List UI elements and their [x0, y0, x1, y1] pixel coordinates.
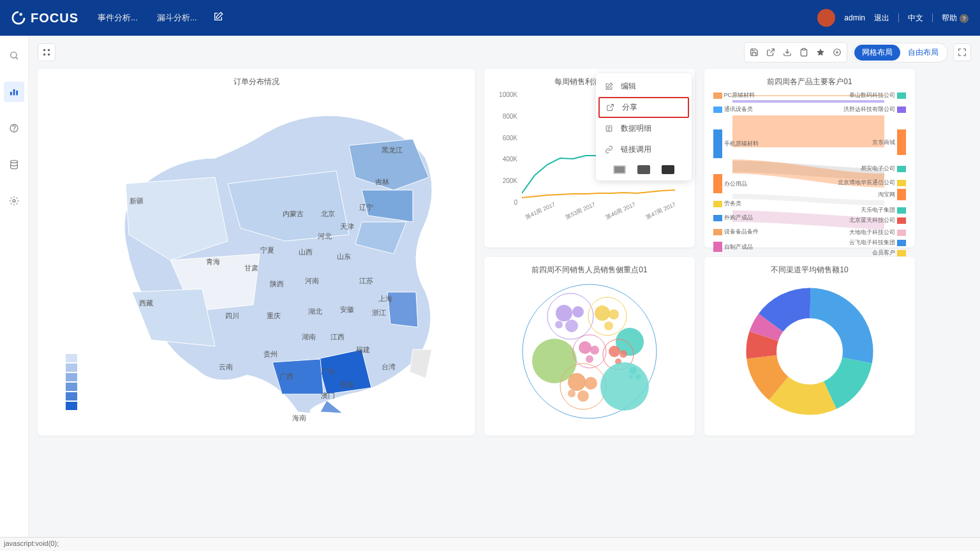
svg-point-33: [579, 341, 591, 354]
color-swatches: [596, 160, 692, 174]
fullscreen-button[interactable]: [953, 43, 971, 61]
svg-point-11: [43, 54, 46, 56]
download-button[interactable]: [780, 45, 795, 60]
sidebar-help[interactable]: [4, 118, 24, 138]
province-label: 贵州: [264, 349, 278, 359]
svg-point-24: [565, 320, 578, 332]
layout-free-option[interactable]: 自由布局: [900, 45, 946, 61]
province-label: 广西: [279, 372, 293, 381]
header-right: admin 退出 中文 帮助?: [817, 9, 969, 27]
svg-rect-3: [13, 89, 15, 95]
logout-link[interactable]: 退出: [874, 13, 889, 24]
province-label: 广东: [321, 367, 335, 376]
nav-tab-event[interactable]: 事件分析...: [98, 12, 138, 24]
save-button[interactable]: [746, 45, 762, 60]
province-label: 重庆: [267, 311, 281, 321]
svg-point-44: [568, 390, 575, 397]
province-label: 香港: [340, 380, 354, 390]
bubble-title: 前四周不同销售人员销售侧重点01: [493, 265, 686, 276]
lang-link[interactable]: 中文: [908, 13, 923, 24]
nav-tabs: 事件分析... 漏斗分析...: [98, 12, 197, 24]
add-button[interactable]: [829, 45, 845, 60]
avatar[interactable]: [817, 9, 835, 27]
province-label: 吉林: [375, 177, 389, 187]
province-label: 台湾: [382, 362, 396, 372]
svg-point-38: [620, 350, 627, 358]
svg-point-35: [586, 355, 593, 363]
nav-tab-funnel[interactable]: 漏斗分析...: [157, 12, 197, 24]
pencil-icon: [605, 82, 613, 91]
plus-circle-icon: [833, 48, 842, 57]
sidebar-settings[interactable]: [4, 191, 24, 211]
province-label: 天津: [340, 222, 354, 231]
china-map[interactable]: 黑龙江 吉林 辽宁 内蒙古 北京 天津 河北 山西 山东 新疆 青海 甘肃 宁夏…: [47, 91, 466, 416]
apps-button[interactable]: [38, 43, 56, 61]
dropdown-link[interactable]: 链接调用: [596, 139, 692, 160]
list-icon: [605, 124, 613, 133]
province-label: 海南: [292, 413, 306, 423]
svg-point-47: [635, 374, 641, 379]
svg-point-6: [14, 130, 15, 131]
copy-button[interactable]: [796, 45, 812, 60]
sidebar-dashboard[interactable]: [4, 82, 24, 102]
donut-svg: [746, 288, 873, 415]
province-label: 山西: [299, 247, 313, 257]
dropdown-detail[interactable]: 数据明细: [596, 118, 692, 139]
packed-bubble-chart[interactable]: [493, 279, 686, 423]
svg-point-27: [595, 305, 610, 321]
sankey-chart[interactable]: PC原辅材料 通讯设备类 手机原辅材料 办公用品 劳务类 外购产成品 设备备品备…: [713, 91, 906, 238]
sidebar-search[interactable]: [4, 45, 24, 66]
sidebar-data[interactable]: [4, 154, 24, 175]
province-label: 四川: [225, 311, 239, 321]
province-label: 陕西: [270, 279, 284, 289]
bubble-card: 前四周不同销售人员销售侧重点01: [484, 257, 695, 436]
svg-point-48: [629, 375, 633, 379]
svg-point-12: [48, 54, 50, 56]
province-label: 浙江: [372, 308, 386, 318]
svg-rect-13: [803, 48, 806, 50]
sankey-left-nodes: PC原辅材料 通讯设备类 手机原辅材料 办公用品 劳务类 外购产成品 设备备品备…: [713, 91, 809, 272]
content-area: 网格布局 自由布局 订单分布情况: [29, 36, 980, 551]
card-options-dropdown: 编辑 分享 数据明细 链接调用: [596, 73, 692, 180]
svg-point-7: [11, 160, 18, 163]
logo-icon: [11, 11, 26, 25]
database-icon: [9, 159, 19, 170]
brand-text: FOCUS: [31, 11, 78, 26]
map-title: 订单分布情况: [47, 77, 466, 87]
color-swatch-black[interactable]: [662, 165, 674, 174]
svg-point-45: [600, 362, 649, 411]
color-swatch-dark[interactable]: [637, 165, 650, 174]
help-link[interactable]: 帮助?: [942, 13, 969, 24]
province-label: 江西: [330, 332, 345, 342]
province-label: 新疆: [130, 196, 144, 206]
color-swatch-grey[interactable]: [613, 165, 626, 174]
map-card: 订单分布情况: [38, 69, 475, 436]
link-icon: [605, 145, 613, 154]
dropdown-share[interactable]: 分享: [598, 97, 689, 118]
dropdown-edit[interactable]: 编辑: [596, 76, 692, 97]
username[interactable]: admin: [844, 13, 865, 22]
svg-point-28: [609, 309, 619, 320]
favorite-button[interactable]: [813, 45, 828, 60]
export-button[interactable]: [763, 45, 778, 60]
svg-point-10: [48, 49, 50, 52]
star-icon: [816, 48, 825, 57]
donut-chart[interactable]: [713, 279, 906, 423]
fullscreen-icon: [958, 48, 967, 57]
svg-point-43: [577, 390, 589, 402]
donut-title: 不同渠道平均销售额10: [713, 265, 906, 276]
svg-point-29: [604, 321, 613, 330]
svg-point-41: [568, 373, 586, 391]
layout-grid-option[interactable]: 网格布局: [854, 45, 900, 61]
province-label: 安徽: [340, 305, 354, 314]
province-label: 福建: [356, 345, 370, 355]
export-icon: [766, 48, 775, 57]
province-label: 湖南: [302, 332, 316, 342]
province-label: 黑龙江: [382, 145, 403, 155]
y-axis: 1000K800K600K400K200K0: [493, 91, 517, 206]
svg-point-1: [11, 52, 17, 58]
province-label: 山东: [337, 252, 351, 261]
sankey-title: 前四周各产品主要客户01: [713, 77, 906, 87]
sidebar: [0, 36, 29, 551]
edit-icon[interactable]: [213, 11, 223, 24]
